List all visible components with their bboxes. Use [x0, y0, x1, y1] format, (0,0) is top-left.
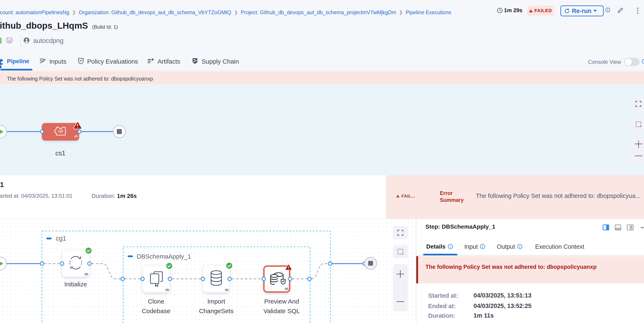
- svg-text:Initialize: Initialize: [64, 281, 87, 288]
- svg-text:DBSchemaApply_1: DBSchemaApply_1: [137, 253, 191, 260]
- svg-text:Import: Import: [207, 298, 225, 305]
- svg-text:ChangeSets: ChangeSets: [199, 307, 234, 314]
- svg-text:Preview And: Preview And: [264, 298, 299, 305]
- svg-text:cs1: cs1: [55, 150, 66, 157]
- svg-text:Clone: Clone: [148, 298, 164, 305]
- svg-text:Validate SQL: Validate SQL: [264, 307, 300, 314]
- svg-text:cg1: cg1: [56, 235, 66, 242]
- svg-text:Codebase: Codebase: [142, 307, 170, 314]
